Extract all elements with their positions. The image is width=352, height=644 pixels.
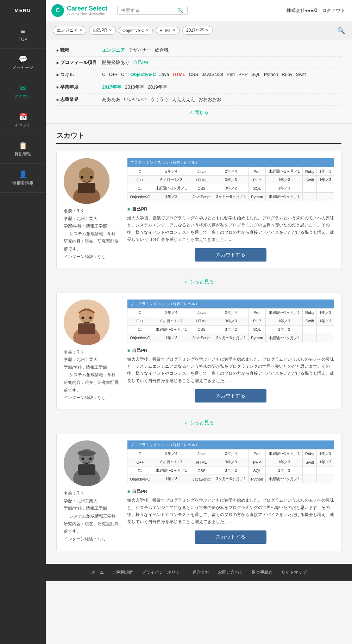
avatar bbox=[64, 300, 109, 345]
svg-point-17 bbox=[89, 458, 92, 460]
sidebar-item-recruitment[interactable]: 📋 募集管理 bbox=[0, 135, 46, 164]
footer-link-cancel[interactable]: 退会手続き bbox=[252, 569, 273, 575]
sidebar-item-candidate[interactable]: 👤 候補者情報 bbox=[0, 164, 46, 193]
svg-point-1 bbox=[79, 167, 94, 183]
sidebar-item-message[interactable]: 💬 メッセージ bbox=[0, 49, 46, 77]
skills-row: Objective-C1年／3 JavaScript3ヶ月〜6ヶ月／2 Pyth… bbox=[127, 475, 334, 483]
card-right: プログラミングスキル（経験 / レベル） C2年／4 Java2年／4 Perl… bbox=[127, 158, 334, 262]
pr-section: ● 自己PR 短大入学後、授業でプログラミングを学ぶとともに独学も始めました。プ… bbox=[127, 488, 334, 526]
more-button[interactable]: ∨ もっと見る bbox=[56, 416, 341, 430]
filter-row-jobtype: 職種 エンジニア デザイナー 総合職 bbox=[56, 44, 341, 57]
pr-dot: ● bbox=[127, 488, 131, 495]
filter-tag-label: HTML bbox=[159, 28, 171, 33]
filter-graduation-label: 卒業年度 bbox=[56, 84, 102, 90]
scout-card: 名前：R.K 学歴：九州工業大 学部/学科：情報工学部 システム創成情報工学科 … bbox=[56, 433, 341, 551]
svg-rect-9 bbox=[78, 323, 95, 334]
skills-table: プログラミングスキル（経験 / レベル） C2年／4 Java2年／4 Perl… bbox=[127, 300, 334, 342]
sidebar-item-label: イベント bbox=[14, 122, 31, 128]
footer-link-company[interactable]: 運営会社 bbox=[193, 569, 209, 575]
svg-point-4 bbox=[81, 176, 83, 179]
filter-tag-pr[interactable]: 自己PR ✕ bbox=[89, 26, 116, 35]
svg-rect-3 bbox=[78, 183, 95, 193]
pr-text: 短大入学後、授業でプログラミングを学ぶとともに独学も始めました。プログラムという… bbox=[127, 497, 334, 526]
avatar-image bbox=[64, 300, 109, 345]
main-content: エンジニア ✕ 自己PR ✕ Objective-C ✕ HTML ✕ 2017… bbox=[46, 21, 352, 644]
skills-table: プログラミングスキル（経験 / レベル） C2年／4 Java2年／4 Perl… bbox=[127, 158, 334, 201]
scout-section: スカウト bbox=[46, 124, 352, 564]
card-research: 研究内容：現在、研究室配属前です。 bbox=[64, 379, 120, 394]
filter-tag-close[interactable]: ✕ bbox=[109, 28, 112, 33]
pr-text: 短大入学後、授業でプログラミングを学ぶとともに独学も始めました。プログラムという… bbox=[127, 356, 334, 385]
filter-bar: エンジニア ✕ 自己PR ✕ Objective-C ✕ HTML ✕ 2017… bbox=[46, 21, 352, 40]
skills-row: C++6ヶ月〜1／3 HTML3年／3 PHP1年／3 Swift1年／3 bbox=[127, 176, 334, 184]
more-button[interactable]: ∨ もっと見る bbox=[56, 275, 341, 289]
close-filter-panel[interactable]: ∧ 閉じる bbox=[56, 106, 341, 119]
footer-link-home[interactable]: ホーム bbox=[91, 569, 104, 575]
skills-header: プログラミングスキル（経験 / レベル） bbox=[127, 158, 334, 167]
scout-button[interactable]: スカウトする bbox=[195, 530, 266, 544]
sidebar-item-event[interactable]: 📅 イベント bbox=[0, 106, 46, 135]
filter-tag-close[interactable]: ✕ bbox=[206, 28, 209, 33]
filter-tag-label: 自己PR bbox=[93, 27, 107, 33]
card-research: 研究内容：現在、研究室配属前です。 bbox=[64, 238, 120, 253]
card-name: 名前：R.K bbox=[64, 490, 120, 497]
sidebar-item-label: スカウト bbox=[14, 94, 31, 99]
sidebar-item-label: メッセージ bbox=[12, 65, 33, 71]
filter-tag-html[interactable]: HTML ✕ bbox=[156, 27, 180, 34]
skills-row: C#未経験〜1ヶ月／1 CSS3年／2 SQL1年／3 bbox=[127, 325, 334, 334]
search-input[interactable] bbox=[121, 8, 177, 13]
footer-link-terms[interactable]: ご利用規約 bbox=[112, 569, 133, 575]
pr-title: ● 自己PR bbox=[127, 206, 334, 212]
filter-search-icon[interactable]: 🔍 bbox=[337, 27, 345, 34]
scout-card: 名前：R.K 学歴：九州工業大 学部/学科：情報工学部 システム創成情報工学科 … bbox=[56, 151, 341, 269]
footer-link-contact[interactable]: お問い合わせ bbox=[218, 569, 243, 575]
scout-button[interactable]: スカウトする bbox=[195, 248, 266, 262]
top-icon: ≡ bbox=[21, 27, 25, 36]
sidebar-item-label: 候補者情報 bbox=[12, 180, 33, 186]
filter-tag-close[interactable]: ✕ bbox=[146, 28, 149, 33]
filter-skills-values: C C++ C# Objective-C Java HTML CSS JavaS… bbox=[102, 72, 306, 77]
header-right: 株式会社●●●様 ログアウト bbox=[287, 7, 352, 14]
sidebar-item-label: TOP bbox=[19, 37, 27, 42]
skills-table: プログラミングスキル（経験 / レベル） C2年／4 Java2年／4 Perl… bbox=[127, 440, 334, 483]
card-left: 名前：R.K 学歴：九州工業大 学部/学科：情報工学部 システム創成情報工学科 … bbox=[64, 300, 120, 403]
card-right: プログラミングスキル（経験 / レベル） C2年／4 Java2年／4 Perl… bbox=[127, 300, 334, 403]
scout-title: スカウト bbox=[56, 131, 341, 144]
skills-header: プログラミングスキル（経験 / レベル） bbox=[127, 300, 334, 309]
logo: C Career Select Jobs for New Graduates bbox=[46, 4, 113, 17]
filter-tag-engineer[interactable]: エンジニア ✕ bbox=[53, 26, 86, 35]
svg-point-11 bbox=[89, 316, 92, 319]
pr-title: ● 自己PR bbox=[127, 488, 334, 495]
scout-button[interactable]: スカウトする bbox=[195, 389, 266, 402]
filter-profile-values: 開発経験あり 自己PR bbox=[102, 59, 149, 66]
sidebar-item-top[interactable]: ≡ TOP bbox=[0, 21, 46, 49]
logo-icon: C bbox=[51, 4, 64, 17]
filter-tag-year[interactable]: 2017年卒 ✕ bbox=[182, 26, 213, 35]
filter-tag-label: 2017年卒 bbox=[186, 27, 204, 33]
filter-tag-objectivec[interactable]: Objective-C ✕ bbox=[119, 27, 153, 34]
filter-row-skills: スキル C C++ C# Objective-C Java HTML CSS J… bbox=[56, 69, 341, 81]
search-box[interactable]: 🔍 bbox=[117, 6, 188, 15]
company-name: 株式会社●●●様 bbox=[287, 7, 318, 14]
card-faculty: 学部/学科：情報工学部 bbox=[64, 505, 120, 513]
sidebar: ≡ TOP 💬 メッセージ ✉ スカウト 📅 イベント 📋 募集管理 👤 候補者… bbox=[0, 21, 46, 644]
avatar bbox=[64, 158, 109, 204]
filter-tag-close[interactable]: ✕ bbox=[172, 28, 176, 33]
logout-button[interactable]: ログアウト bbox=[322, 7, 345, 14]
footer-link-sitemap[interactable]: サイトマップ bbox=[281, 569, 307, 575]
filter-tag-close[interactable]: ✕ bbox=[79, 28, 82, 33]
footer-link-privacy[interactable]: プライバシーポリシー bbox=[142, 569, 184, 575]
filter-desired-values: ああああ いいいいい うううう えええええ おおおおお bbox=[102, 96, 221, 103]
filter-row-graduation: 卒業年度 2017年卒 2018年卒 2019年卒 bbox=[56, 81, 341, 94]
filter-jobtype-label: 職種 bbox=[56, 47, 102, 53]
filter-profile-label: プロフィール項目 bbox=[56, 59, 102, 66]
sidebar-item-label: 募集管理 bbox=[14, 151, 31, 157]
scout-card: 名前：R.K 学歴：九州工業大 学部/学科：情報工学部 システム創成情報工学科 … bbox=[56, 292, 341, 410]
card-dept: システム創成情報工学科 bbox=[64, 371, 120, 379]
card-university: 学歴：九州工業大 bbox=[64, 215, 120, 223]
skills-row: C#未経験〜1ヶ月／1 CSS3年／2 SQL1年／3 bbox=[127, 184, 334, 193]
menu-label[interactable]: MENU bbox=[0, 0, 46, 21]
card-info: 名前：R.K 学歴：九州工業大 学部/学科：情報工学部 システム創成情報工学科 … bbox=[64, 349, 120, 402]
card-left: 名前：R.K 学歴：九州工業大 学部/学科：情報工学部 システム創成情報工学科 … bbox=[64, 158, 120, 262]
sidebar-item-scout[interactable]: ✉ スカウト bbox=[0, 77, 46, 106]
